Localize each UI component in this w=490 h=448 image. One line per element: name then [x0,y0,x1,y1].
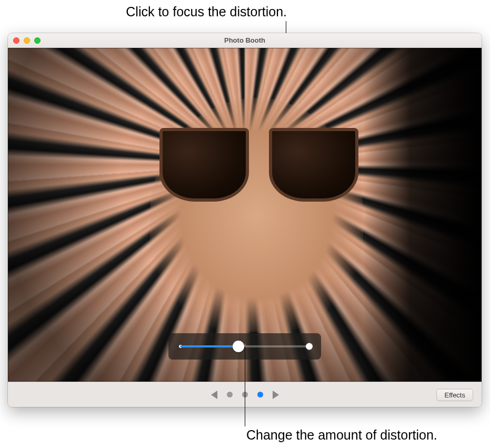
camera-preview[interactable] [8,48,482,382]
slider-fill [180,345,238,347]
window-title: Photo Booth [8,36,482,44]
effects-button[interactable]: Effects [436,389,473,401]
pager-dot-3[interactable] [257,392,263,397]
slider-thumb[interactable] [233,341,244,352]
callout-top-text: Click to focus the distortion. [92,4,287,19]
window-titlebar: Photo Booth [8,33,482,48]
window-controls [13,37,41,44]
callout-bottom-text: Change the amount of distortion. [246,427,437,443]
close-icon[interactable] [13,37,19,44]
minimize-icon[interactable] [24,37,30,44]
pager-next-icon[interactable] [273,391,279,399]
pager-previous-icon[interactable] [211,391,217,399]
slider-max-icon [306,343,313,350]
zoom-icon[interactable] [34,37,41,44]
pager-dot-1[interactable] [227,392,233,397]
callout-bottom-line [245,346,245,426]
distortion-vignette [8,48,482,382]
